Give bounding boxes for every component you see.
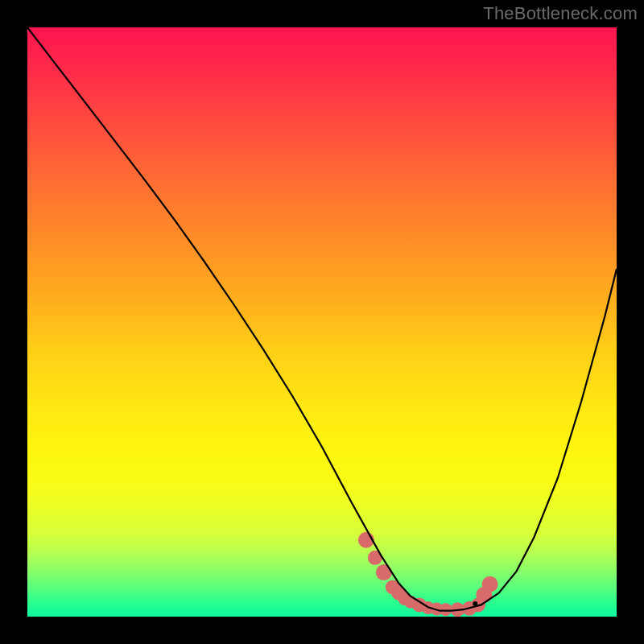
cluster-marker (482, 576, 498, 592)
plot-svg (27, 27, 617, 617)
cluster-marker (376, 564, 392, 580)
plot-area (27, 27, 617, 617)
chart-frame: TheBottleneck.com (0, 0, 644, 644)
cluster-marker (440, 603, 452, 616)
single-black-dot (473, 601, 477, 606)
bottleneck-curve (27, 27, 617, 611)
watermark-text: TheBottleneck.com (483, 3, 638, 24)
